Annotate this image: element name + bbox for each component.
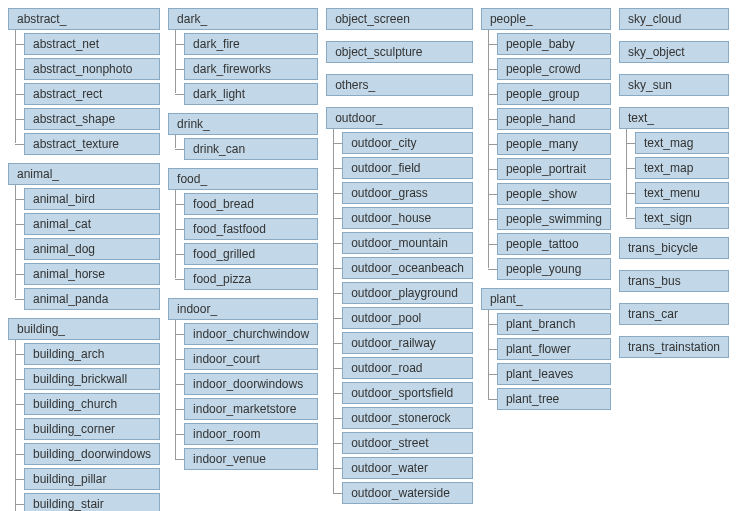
tree-child: people_baby [497,33,611,55]
tree-node-child[interactable]: people_portrait [497,158,611,180]
tree-child: dark_light [184,83,318,105]
tree-node-child[interactable]: food_bread [184,193,318,215]
tree-node-child[interactable]: dark_fire [184,33,318,55]
tree-node-child[interactable]: outdoor_railway [342,332,473,354]
tree-node-parent[interactable]: indoor_ [168,298,318,320]
tree-node-child[interactable]: outdoor_sportsfield [342,382,473,404]
tree-node-child[interactable]: building_church [24,393,160,415]
tree-node-child[interactable]: outdoor_mountain [342,232,473,254]
tree-child: outdoor_railway [342,332,473,354]
tree-node-parent[interactable]: text_ [619,107,729,129]
tree-node-child[interactable]: food_grilled [184,243,318,265]
tree-node-child[interactable]: text_mag [635,132,729,154]
tree-node-parent[interactable]: food_ [168,168,318,190]
tree-node-child[interactable]: people_baby [497,33,611,55]
tree-node-child[interactable]: outdoor_water [342,457,473,479]
tree-node-parent[interactable]: object_screen [326,8,473,30]
tree-child: outdoor_field [342,157,473,179]
tree-node-child[interactable]: food_pizza [184,268,318,290]
tree-node-parent[interactable]: trans_car [619,303,729,325]
tree-node-child[interactable]: people_hand [497,108,611,130]
tree-node-child[interactable]: outdoor_road [342,357,473,379]
tree-node-child[interactable]: outdoor_waterside [342,482,473,504]
tree-node-child[interactable]: animal_panda [24,288,160,310]
tree-node-parent[interactable]: abstract_ [8,8,160,30]
tree-node-child[interactable]: outdoor_field [342,157,473,179]
tree-node-child[interactable]: indoor_venue [184,448,318,470]
tree-node-child[interactable]: building_pillar [24,468,160,490]
tree-node-child[interactable]: outdoor_grass [342,182,473,204]
tree-node-child[interactable]: plant_branch [497,313,611,335]
tree-node-child[interactable]: abstract_nonphoto [24,58,160,80]
tree-children: food_breadfood_fastfoodfood_grilledfood_… [168,193,318,290]
tree-child: building_doorwindows [24,443,160,465]
tree-node-child[interactable]: building_brickwall [24,368,160,390]
tree-child: building_corner [24,418,160,440]
tree-node-parent[interactable]: sky_sun [619,74,729,96]
tree-node-parent[interactable]: dark_ [168,8,318,30]
tree-node-child[interactable]: text_map [635,157,729,179]
tree-node-parent[interactable]: plant_ [481,288,611,310]
tree-node-child[interactable]: animal_bird [24,188,160,210]
tree-node-child[interactable]: animal_cat [24,213,160,235]
tree-node-child[interactable]: indoor_doorwindows [184,373,318,395]
tree-node-parent[interactable]: trans_trainstation [619,336,729,358]
tree-node-parent[interactable]: trans_bicycle [619,237,729,259]
tree-node-child[interactable]: abstract_rect [24,83,160,105]
tree-node-child[interactable]: text_menu [635,182,729,204]
tree-node-child[interactable]: building_doorwindows [24,443,160,465]
tree-group: dark_dark_firedark_fireworksdark_light [168,8,318,105]
tree-node-child[interactable]: drink_can [184,138,318,160]
tree-node-child[interactable]: plant_leaves [497,363,611,385]
tree-node-parent[interactable]: object_sculpture [326,41,473,63]
tree-node-parent[interactable]: sky_cloud [619,8,729,30]
tree-node-child[interactable]: indoor_churchwindow [184,323,318,345]
tree-node-child[interactable]: outdoor_oceanbeach [342,257,473,279]
tree-node-child[interactable]: plant_flower [497,338,611,360]
tree-node-child[interactable]: outdoor_stonerock [342,407,473,429]
tree-node-child[interactable]: dark_light [184,83,318,105]
tree-node-child[interactable]: dark_fireworks [184,58,318,80]
tree-node-child[interactable]: indoor_court [184,348,318,370]
tree-node-child[interactable]: people_crowd [497,58,611,80]
tree-child: plant_tree [497,388,611,410]
tree-node-child[interactable]: outdoor_city [342,132,473,154]
tree-child: food_bread [184,193,318,215]
tree-node-child[interactable]: text_sign [635,207,729,229]
tree-node-parent[interactable]: sky_object [619,41,729,63]
tree-node-child[interactable]: people_swimming [497,208,611,230]
tree-child: indoor_doorwindows [184,373,318,395]
tree-node-child[interactable]: outdoor_pool [342,307,473,329]
tree-node-child[interactable]: indoor_room [184,423,318,445]
tree-node-parent[interactable]: others_ [326,74,473,96]
tree-node-child[interactable]: abstract_net [24,33,160,55]
tree-node-child[interactable]: people_many [497,133,611,155]
tree-node-child[interactable]: building_arch [24,343,160,365]
tree-node-child[interactable]: people_tattoo [497,233,611,255]
tree-node-parent[interactable]: people_ [481,8,611,30]
tree-node-child[interactable]: abstract_shape [24,108,160,130]
tree-node-parent[interactable]: building_ [8,318,160,340]
tree-node-child[interactable]: people_show [497,183,611,205]
tree-node-child[interactable]: outdoor_street [342,432,473,454]
tree-node-parent[interactable]: animal_ [8,163,160,185]
column-0: abstract_abstract_netabstract_nonphotoab… [8,8,160,511]
tree-node-parent[interactable]: drink_ [168,113,318,135]
tree-node-child[interactable]: animal_dog [24,238,160,260]
tree-node-child[interactable]: outdoor_playground [342,282,473,304]
tree-node-parent[interactable]: outdoor_ [326,107,473,129]
tree-node-child[interactable]: indoor_marketstore [184,398,318,420]
tree-node-child[interactable]: abstract_texture [24,133,160,155]
tree-node-child[interactable]: food_fastfood [184,218,318,240]
tree-node-parent[interactable]: trans_bus [619,270,729,292]
tree-child: outdoor_house [342,207,473,229]
tree-node-child[interactable]: people_young [497,258,611,280]
tree-children: building_archbuilding_brickwallbuilding_… [8,343,160,511]
tree-node-child[interactable]: animal_horse [24,263,160,285]
tree-child: food_fastfood [184,218,318,240]
tree-node-child[interactable]: people_group [497,83,611,105]
tree-node-child[interactable]: plant_tree [497,388,611,410]
tree-node-child[interactable]: building_stair [24,493,160,511]
tree-node-child[interactable]: outdoor_house [342,207,473,229]
tree-node-child[interactable]: building_corner [24,418,160,440]
